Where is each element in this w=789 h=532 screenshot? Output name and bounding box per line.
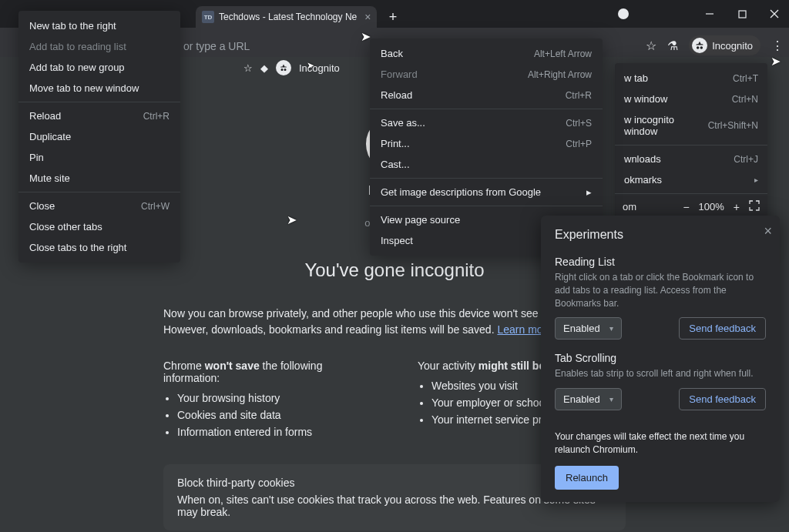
bookmark-star-outline-icon[interactable]: ☆ [243, 62, 253, 74]
extension-icon[interactable]: ◆ [260, 62, 268, 74]
close-window-button[interactable] [764, 4, 784, 24]
app-downloads[interactable]: wnloadsCtrl+J [615, 149, 767, 169]
minimize-button[interactable] [700, 4, 720, 24]
experiments-title: Experiments [555, 228, 766, 242]
ctx-close[interactable]: CloseCtrl+W [18, 196, 180, 216]
caret-down-icon: ▾ [609, 324, 613, 333]
experiments-flask-icon[interactable]: ⚗ [667, 38, 678, 53]
zoom-in-button[interactable]: + [734, 201, 740, 213]
list-item: Information entered in forms [177, 426, 371, 438]
divider [370, 178, 603, 179]
exp-reading-list-dropdown[interactable]: Enabled▾ [555, 317, 622, 340]
pctx-back[interactable]: BackAlt+Left Arrow [370, 43, 603, 64]
divider [18, 192, 180, 192]
maximize-button[interactable] [732, 4, 752, 24]
ctx-add-reading-list: Add tab to reading list [18, 36, 180, 57]
tab-favicon: TD [202, 11, 214, 23]
toolbar-right: ☆ ⚗ Incognito ⋮ [646, 34, 783, 57]
experiments-panel: × Experiments Reading List Right click o… [541, 216, 780, 502]
window-controls [700, 4, 784, 24]
ctx-duplicate[interactable]: Duplicate [18, 126, 180, 147]
send-feedback-button[interactable]: Send feedback [679, 388, 766, 410]
ctx-reload[interactable]: ReloadCtrl+R [18, 105, 180, 126]
app-zoom-row: om − 100% + [615, 197, 767, 216]
send-feedback-button[interactable]: Send feedback [679, 317, 766, 340]
app-new-incognito[interactable]: w incognito windowCtrl+Shift+N [615, 109, 767, 142]
chevron-right-icon: ▸ [754, 176, 758, 184]
app-bookmarks[interactable]: okmarks▸ [615, 169, 767, 190]
pctx-save-as[interactable]: Save as...Ctrl+S [370, 112, 603, 133]
pctx-cast[interactable]: Cast... [370, 154, 603, 175]
zoom-value: 100% [699, 201, 724, 212]
cursor-icon: ➤ [287, 212, 297, 227]
tab-close-icon[interactable]: × [364, 11, 371, 23]
cursor-icon: ➤ [307, 60, 314, 71]
exp-tab-scrolling-desc: Enables tab strip to scroll left and rig… [555, 367, 766, 380]
new-tab-button[interactable]: + [382, 6, 404, 28]
divider [18, 102, 180, 102]
relaunch-button[interactable]: Relaunch [555, 466, 619, 490]
divider [615, 145, 767, 146]
svg-rect-1 [739, 11, 746, 18]
omnibox-placeholder[interactable]: or type a URL [183, 40, 250, 52]
profile-indicator-icon[interactable] [618, 8, 629, 19]
tab-title: Techdows - Latest Technology Ne [219, 12, 357, 22]
exp-tab-scrolling-dropdown[interactable]: Enabled▾ [555, 388, 622, 410]
pctx-reload[interactable]: ReloadCtrl+R [370, 85, 603, 105]
app-new-tab[interactable]: w tabCtrl+T [615, 68, 767, 89]
pctx-forward: ForwardAlt+Right Arrow [370, 64, 603, 85]
bookmark-star-icon[interactable]: ☆ [646, 38, 656, 53]
chevron-right-icon: ▸ [586, 186, 592, 198]
incognito-badge[interactable]: Incognito [689, 35, 760, 55]
bookmark-incognito-label: Incognito [299, 62, 340, 74]
pctx-print[interactable]: Print...Ctrl+P [370, 133, 603, 154]
experiments-footer-text: Your changes will take effect the next t… [555, 430, 766, 457]
divider [370, 206, 603, 206]
tab-context-menu: New tab to the right Add tab to reading … [18, 11, 180, 263]
exp-reading-list-desc: Right click on a tab or click the Bookma… [555, 271, 766, 309]
more-menu-button[interactable]: ⋮ [771, 38, 783, 53]
fullscreen-icon[interactable] [749, 200, 760, 213]
zoom-out-button[interactable]: − [683, 201, 689, 213]
ctx-new-tab-right[interactable]: New tab to the right [18, 15, 180, 36]
ctx-close-right[interactable]: Close tabs to the right [18, 237, 180, 258]
divider [615, 193, 767, 194]
incognito-badge-label: Incognito [712, 40, 753, 52]
caret-down-icon: ▾ [609, 395, 613, 403]
pctx-img-desc[interactable]: Get image descriptions from Google▸ [370, 182, 603, 202]
cursor-icon: ➤ [771, 54, 781, 69]
exp-tab-scrolling-title: Tab Scrolling [555, 352, 766, 364]
experiments-close-icon[interactable]: × [764, 223, 772, 239]
bookmark-bar-fragment: ☆ ◆ Incognito [243, 60, 340, 75]
cursor-icon: ➤ [361, 29, 371, 44]
ctx-move-new-window[interactable]: Move tab to new window [18, 78, 180, 99]
ctx-close-other[interactable]: Close other tabs [18, 216, 180, 237]
divider [370, 109, 603, 109]
list-item: Cookies and site data [177, 409, 371, 421]
tab-techdows[interactable]: TD Techdows - Latest Technology Ne × [196, 6, 377, 28]
app-new-window[interactable]: w windowCtrl+N [615, 89, 767, 109]
ctx-pin[interactable]: Pin [18, 147, 180, 168]
ctx-add-new-group[interactable]: Add tab to new group [18, 57, 180, 78]
ctx-mute[interactable]: Mute site [18, 168, 180, 189]
wont-save-column: Chrome won't save the following informat… [163, 360, 371, 443]
exp-reading-list-title: Reading List [555, 256, 766, 268]
list-item: Your browsing history [177, 392, 371, 404]
incognito-icon [692, 38, 707, 53]
incognito-bookmark-icon [276, 60, 291, 75]
